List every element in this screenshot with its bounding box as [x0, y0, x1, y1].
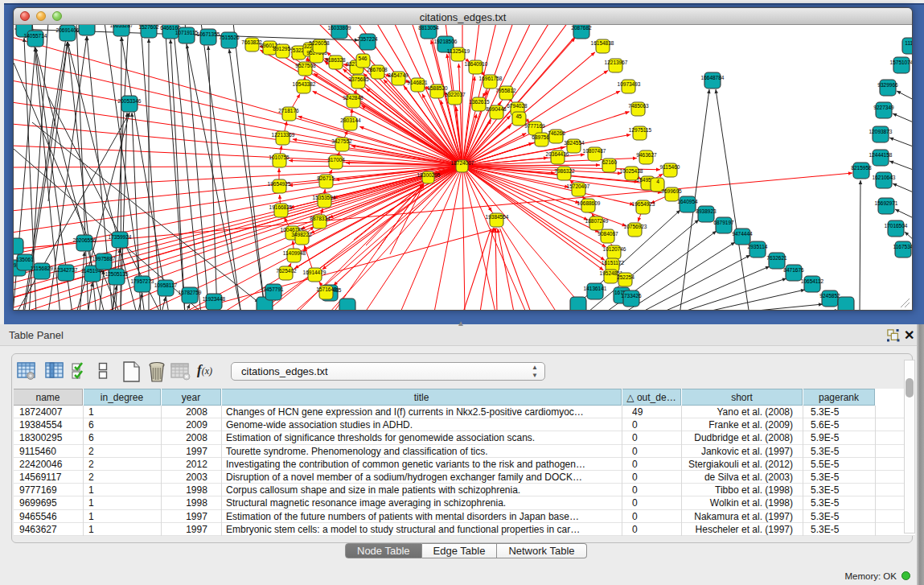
svg-text:317004: 317004	[327, 157, 345, 163]
svg-text:7986322: 7986322	[554, 168, 575, 174]
svg-text:12444158: 12444158	[869, 152, 893, 158]
svg-text:7955812: 7955812	[495, 88, 516, 93]
svg-text:1588520: 1588520	[427, 85, 448, 91]
svg-text:12093873: 12093873	[869, 129, 893, 134]
svg-text:746266: 746266	[548, 130, 565, 136]
svg-text:6879197: 6879197	[713, 220, 734, 225]
svg-text:12975115: 12975115	[629, 127, 652, 133]
svg-text:9457791: 9457791	[263, 286, 284, 292]
svg-text:7515526: 7515526	[219, 35, 240, 40]
svg-text:9777169: 9777169	[524, 123, 545, 129]
svg-text:11923448: 11923448	[203, 296, 226, 302]
svg-text:20364436: 20364436	[546, 151, 569, 157]
svg-text:6794028: 6794028	[507, 103, 528, 109]
svg-text:16961758: 16961758	[479, 76, 503, 81]
svg-text:19654923: 19654923	[632, 201, 655, 207]
svg-text:2718176: 2718176	[278, 108, 299, 113]
svg-text:12213369: 12213369	[272, 132, 295, 138]
svg-text:9242848: 9242848	[343, 95, 363, 101]
svg-text:18640910: 18640910	[465, 61, 488, 67]
svg-text:1112: 1112	[905, 40, 912, 46]
svg-text:45: 45	[515, 113, 522, 119]
svg-text:8215958: 8215958	[851, 165, 872, 171]
svg-text:15353594: 15353594	[313, 195, 336, 200]
svg-text:3824554: 3824554	[564, 140, 585, 146]
svg-text:2803144: 2803144	[340, 117, 361, 123]
svg-text:252254: 252254	[617, 274, 634, 280]
svg-text:10958117: 10958117	[154, 282, 178, 288]
svg-text:12342737: 12342737	[55, 267, 78, 273]
svg-text:20206556: 20206556	[73, 237, 97, 243]
svg-text:5322037: 5322037	[445, 92, 466, 97]
svg-text:826715: 826715	[317, 175, 335, 181]
svg-text:18724007: 18724007	[451, 160, 474, 166]
svg-text:8990448: 8990448	[486, 106, 507, 112]
svg-text:7632621: 7632621	[766, 255, 787, 261]
svg-text:8912954: 8912954	[273, 46, 294, 51]
svg-text:1527602: 1527602	[138, 25, 159, 30]
svg-text:135061: 135061	[16, 257, 34, 262]
svg-text:14136141: 14136141	[584, 286, 607, 291]
svg-text:19166825: 19166825	[269, 204, 293, 210]
svg-text:3498222: 3498222	[291, 232, 312, 237]
svg-text:12505135: 12505135	[105, 271, 129, 277]
svg-text:1167534: 1167534	[893, 244, 912, 249]
svg-text:9329966: 9329966	[877, 82, 898, 88]
svg-text:546: 546	[359, 56, 368, 61]
svg-text:11409948: 11409948	[283, 250, 306, 256]
svg-text:16154838: 16154838	[591, 40, 614, 46]
svg-text:20053346: 20053346	[118, 98, 142, 104]
svg-text:7625402: 7625402	[276, 268, 297, 274]
svg-text:17957273: 17957273	[131, 278, 154, 284]
svg-text:9227349: 9227349	[873, 105, 894, 110]
svg-text:1640954: 1640954	[677, 199, 698, 204]
svg-text:10807487: 10807487	[583, 148, 606, 154]
svg-text:7663822: 7663822	[241, 39, 262, 45]
svg-text:19975887: 19975887	[92, 256, 116, 262]
svg-text:10654112: 10654112	[801, 278, 824, 284]
svg-text:16782759: 16782759	[179, 290, 202, 295]
svg-text:11156829: 11156829	[31, 266, 53, 271]
svg-text:16210643: 16210643	[873, 175, 896, 180]
svg-text:2935114: 2935114	[748, 244, 768, 249]
svg-text:8813054: 8813054	[418, 25, 439, 31]
svg-text:10120746: 10120746	[603, 246, 626, 252]
svg-text:17359924: 17359924	[109, 234, 132, 240]
svg-text:8471676: 8471676	[783, 267, 804, 273]
svg-text:18300295: 18300295	[417, 172, 441, 178]
svg-text:9115460: 9115460	[660, 164, 680, 170]
svg-text:8938923: 8938923	[696, 208, 717, 214]
svg-text:10688609: 10688609	[577, 200, 601, 206]
svg-text:10756923: 10756923	[624, 224, 647, 229]
svg-text:10973493: 10973493	[618, 81, 641, 87]
svg-text:2867608: 2867608	[367, 67, 388, 72]
svg-text:15720407: 15720407	[567, 183, 590, 189]
svg-text:18807249: 18807249	[585, 218, 609, 224]
svg-text:14055714: 14055714	[24, 33, 47, 39]
svg-text:9084067: 9084067	[598, 231, 618, 237]
svg-text:19654925: 19654925	[268, 181, 291, 187]
svg-text:9474444: 9474444	[732, 231, 753, 237]
svg-text:17016504: 17016504	[885, 223, 908, 229]
svg-text:15692971: 15692971	[875, 200, 898, 206]
svg-text:19218506: 19218506	[434, 39, 458, 44]
svg-text:10025438: 10025438	[620, 168, 643, 174]
svg-text:2087682: 2087682	[571, 25, 592, 31]
svg-text:3427552: 3427552	[331, 138, 352, 144]
svg-text:9245852: 9245852	[819, 293, 840, 299]
svg-text:9527508: 9527508	[295, 63, 316, 68]
svg-text:10653287: 10653287	[110, 25, 133, 28]
svg-text:1362615: 1362615	[469, 99, 490, 105]
svg-text:1571643: 1571643	[316, 286, 337, 292]
svg-text:15751074: 15751074	[890, 60, 912, 65]
svg-text:7357224: 7357224	[357, 36, 378, 42]
svg-text:10719115: 10719115	[175, 30, 199, 35]
svg-text:20691406: 20691406	[56, 27, 80, 33]
svg-text:3375685: 3375685	[348, 76, 369, 82]
svg-text:5322: 5322	[293, 47, 305, 53]
svg-text:12213967: 12213967	[605, 60, 628, 65]
svg-text:9463627: 9463627	[636, 152, 657, 158]
svg-text:11325419: 11325419	[447, 48, 470, 54]
svg-text:9699695: 9699695	[661, 188, 682, 194]
svg-text:10671355: 10671355	[197, 31, 220, 37]
